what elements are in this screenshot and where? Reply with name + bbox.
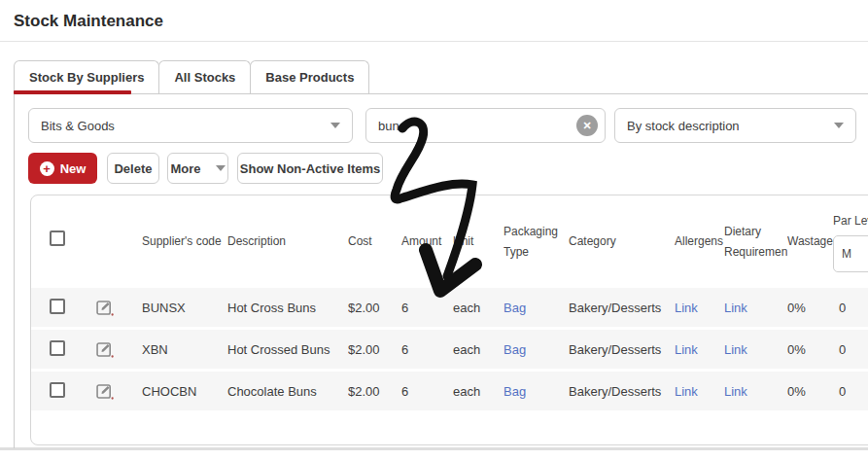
tab-base-products[interactable]: Base Products: [250, 60, 369, 93]
page-title: Stock Maintenance: [14, 12, 163, 31]
tab-content-panel: [14, 93, 868, 448]
tab-bar: Stock By Suppliers All Stocks Base Produ…: [14, 60, 368, 93]
title-divider: [0, 41, 868, 42]
tab-all-stocks[interactable]: All Stocks: [158, 60, 251, 93]
tab-stock-by-suppliers[interactable]: Stock By Suppliers: [14, 60, 159, 93]
active-tab-underline: [14, 90, 131, 94]
stock-maintenance-page: { "page": { "title": "Stock Maintenance"…: [0, 0, 868, 461]
